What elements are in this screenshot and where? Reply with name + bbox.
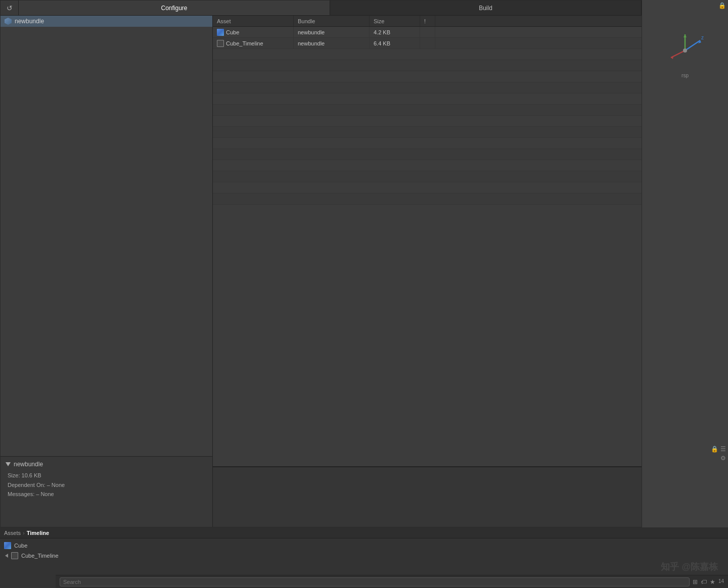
table-row-empty	[213, 49, 642, 60]
table-row[interactable]: Cube newbundle 4.2 KB	[213, 27, 642, 38]
gizmo-svg: z	[665, 30, 705, 71]
bundle-size: Size: 10.6 KB	[8, 471, 207, 480]
table-header: Asset Bundle Size !	[213, 16, 642, 27]
bundle-info-name: newbundle	[14, 461, 43, 468]
table-row-empty	[213, 93, 642, 105]
asset-table-pane: Asset Bundle Size ! Cube newbundle 4.2 K…	[213, 16, 642, 527]
lock-icon: 🔒	[718, 2, 726, 9]
bundle-dependent-on: Dependent On: – None	[8, 480, 207, 490]
table-row-empty	[213, 160, 642, 171]
timeline-icon	[217, 40, 224, 47]
bundle-info-title: newbundle	[6, 461, 207, 468]
filter-count-label: 14	[718, 578, 724, 585]
cube-icon	[217, 29, 224, 36]
table-row-empty	[213, 105, 642, 116]
lock-settings-icon[interactable]: 🔒	[711, 446, 718, 453]
table-empty-rows	[213, 49, 642, 205]
asset-detail-pane	[213, 466, 642, 527]
footer-cube-label: Cube	[14, 543, 27, 549]
table-row[interactable]: Cube_Timeline newbundle 6.4 KB	[213, 38, 642, 49]
table-row-empty	[213, 182, 642, 193]
favorites-icon[interactable]: ★	[710, 578, 715, 585]
table-row-empty	[213, 193, 642, 205]
bundle-info-detail: Size: 10.6 KB Dependent On: – None Messa…	[6, 471, 207, 499]
gear-icon[interactable]: ⚙	[711, 455, 726, 462]
table-row-empty	[213, 171, 642, 182]
bundle-item[interactable]: newbundle	[1, 16, 212, 27]
bundle-name-cell-1: newbundle	[294, 38, 370, 48]
search-icons-row: ⊞ 🏷 ★ 14	[693, 578, 724, 585]
asset-bundles-panel: ↺ Configure Build newbundle newbundle Si…	[0, 0, 642, 527]
bundle-messages: Messages: – None	[8, 489, 207, 499]
search-bar: ⊞ 🏷 ★ 14	[56, 575, 728, 588]
table-row-empty	[213, 116, 642, 127]
breadcrumb-root[interactable]: Assets	[4, 530, 21, 536]
tab-build[interactable]: Build	[330, 1, 642, 15]
column-header-exclamation: !	[420, 16, 435, 26]
assets-list-area: Cube Cube_Timeline	[0, 538, 728, 563]
table-row-empty	[213, 60, 642, 71]
gizmo-area: 🔒 z rsp 🔒 ☰ ⚙	[642, 0, 728, 527]
refresh-button[interactable]: ↺	[1, 1, 19, 15]
footer-timeline-icon	[11, 552, 18, 559]
table-row-empty	[213, 71, 642, 82]
footer-asset-item-cube[interactable]: Cube	[4, 541, 724, 551]
bundle-shield-icon	[5, 18, 12, 25]
svg-line-0	[685, 40, 700, 51]
settings-panel: 🔒 ☰ ⚙	[711, 446, 726, 462]
column-header-size: Size	[370, 16, 420, 26]
filter-icon-2[interactable]: 🏷	[701, 578, 707, 585]
tab-bar: ↺ Configure Build	[1, 1, 642, 16]
excl-cell-1	[420, 38, 435, 48]
table-row-empty	[213, 138, 642, 149]
asset-name-cell: Cube	[213, 27, 294, 37]
size-cell-1: 6.4 KB	[370, 38, 420, 48]
table-row-empty	[213, 127, 642, 138]
bundle-info-pane: newbundle Size: 10.6 KB Dependent On: – …	[1, 456, 212, 527]
breadcrumb-active: Timeline	[27, 530, 49, 536]
bundle-name: newbundle	[15, 18, 44, 25]
excl-cell-0	[420, 27, 435, 37]
collapse-icon[interactable]	[6, 462, 11, 466]
search-input[interactable]	[60, 577, 690, 586]
footer-cube-icon	[4, 542, 11, 549]
column-header-asset: Asset	[213, 16, 294, 26]
table-row-empty	[213, 149, 642, 160]
footer-asset-item-timeline[interactable]: Cube_Timeline	[4, 551, 724, 561]
table-row-empty	[213, 82, 642, 93]
split-pane: newbundle newbundle Size: 10.6 KB Depend…	[1, 16, 642, 527]
footer-expand-icon	[4, 554, 8, 558]
table-body: Cube newbundle 4.2 KB Cube_Timeline newb…	[213, 27, 642, 466]
bundle-list-pane: newbundle newbundle Size: 10.6 KB Depend…	[1, 16, 213, 527]
settings-row: 🔒 ☰	[711, 446, 726, 453]
breadcrumb-separator: ›	[23, 530, 25, 536]
footer-timeline-label: Cube_Timeline	[21, 553, 59, 559]
persp-label: rsp	[681, 73, 689, 78]
bundle-name-cell-0: newbundle	[294, 27, 370, 37]
breadcrumb: Assets › Timeline	[0, 527, 728, 538]
tab-configure[interactable]: Configure	[19, 1, 330, 15]
size-cell-0: 4.2 KB	[370, 27, 420, 37]
bundle-list-area: newbundle	[1, 16, 212, 456]
column-header-bundle: Bundle	[294, 16, 370, 26]
list-settings-icon[interactable]: ☰	[720, 446, 726, 453]
svg-marker-4	[684, 34, 687, 37]
svg-point-7	[683, 48, 687, 53]
svg-text:z: z	[701, 35, 704, 40]
asset-name-cell: Cube_Timeline	[213, 38, 294, 48]
filter-icon-1[interactable]: ⊞	[693, 578, 698, 585]
